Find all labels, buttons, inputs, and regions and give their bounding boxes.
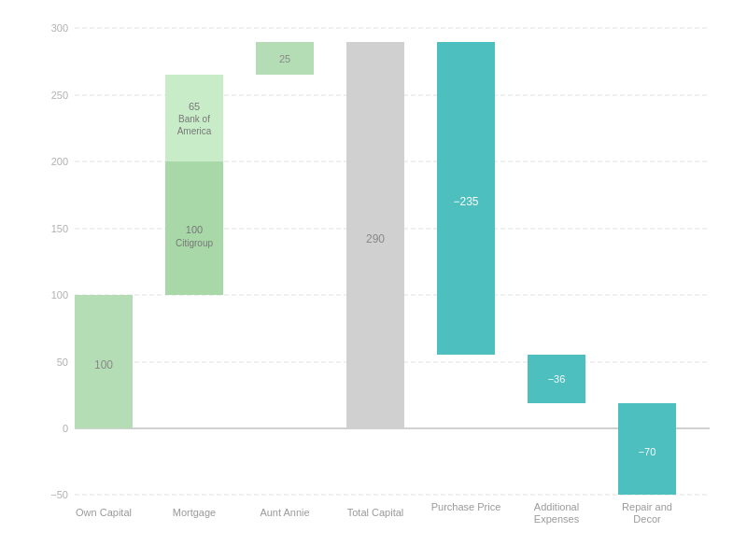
xlabel-additional1: Additional [534,501,579,512]
val-aunt-annie: 25 [279,53,290,64]
val-citigroup: 100 [186,224,203,235]
xlabel-mortgage: Mortgage [173,507,216,518]
label-bofa1: Bank of [178,114,210,124]
val-additional-expenses: −36 [548,373,566,385]
label-bofa2: America [177,126,212,136]
xlabel-additional2: Expenses [534,513,580,525]
ylabel-neg50: −50 [50,489,68,500]
ylabel-0: 0 [63,423,68,434]
val-purchase-price: −235 [453,195,478,208]
val-bofa: 65 [189,101,200,112]
ylabel-150: 150 [51,223,68,234]
val-repair-decor: −70 [639,446,656,457]
xlabel-aunt-annie: Aunt Annie [260,507,309,518]
xlabel-purchase-price1: Purchase Price [431,501,501,512]
ylabel-50: 50 [57,357,68,368]
xlabel-repair1: Repair and [622,501,672,512]
ylabel-100: 100 [51,289,68,301]
xlabel-own-capital: Own Capital [76,507,132,518]
val-total-capital: 290 [366,232,385,245]
ylabel-300: 300 [51,22,68,34]
val-own-capital: 100 [94,358,113,371]
xlabel-total-capital: Total Capital [347,507,404,518]
ylabel-250: 250 [51,90,68,101]
label-citigroup: Citigroup [176,238,213,248]
ylabel-200: 200 [51,156,68,167]
xlabel-repair2: Decor [633,513,661,525]
